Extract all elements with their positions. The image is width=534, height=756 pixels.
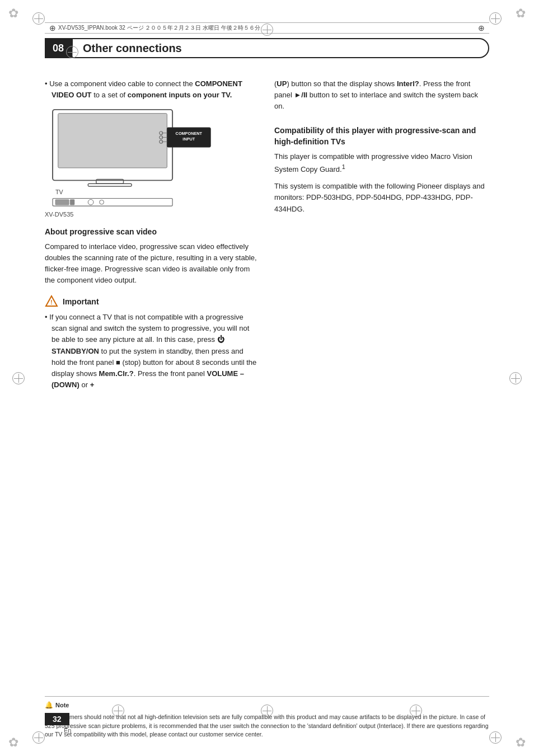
svg-text:COMPONENT: COMPONENT — [176, 131, 203, 136]
meta-crosshair: ⊕ — [49, 24, 56, 32]
important-block: ! Important If you connect a TV that is … — [45, 295, 257, 391]
svg-text:!: ! — [50, 299, 52, 306]
bottom-right-crosshair — [410, 705, 422, 717]
about-text: Compared to interlace video, progressive… — [45, 241, 257, 287]
compat-text2: This system is compatible with the follo… — [274, 181, 489, 214]
flower-mark-tl: ✿ — [6, 6, 21, 21]
important-header: ! Important — [45, 295, 257, 308]
note-icon: 🔔 — [45, 700, 53, 710]
reg-mark-bl — [32, 731, 45, 744]
svg-rect-3 — [88, 184, 132, 186]
flower-mark-tr: ✿ — [513, 6, 528, 21]
up-text: (UP) button so that the display shows In… — [274, 78, 489, 112]
meta-crosshair2: ⊕ — [478, 24, 485, 32]
note-text-content: 1 Consumers should note that not all hig… — [45, 713, 489, 738]
svg-rect-1 — [58, 114, 167, 168]
bottom-center-crosshair — [261, 705, 273, 717]
svg-rect-16 — [70, 199, 74, 205]
reg-mark-ml — [12, 372, 25, 384]
footnote-sup: 1 — [342, 163, 345, 170]
compat-text1: This player is compatible with progressi… — [274, 151, 489, 176]
chapter-title: Other connections — [72, 38, 489, 58]
header-crosshair — [66, 46, 78, 58]
connection-diagram: COMPONENT INPUT TV — [45, 107, 224, 208]
main-content: Use a component video cable to connect t… — [45, 67, 489, 700]
flower-mark-bl: ✿ — [6, 735, 21, 750]
bullet-text-content: Use a component video cable to connect t… — [49, 79, 242, 99]
reg-mark-tl — [32, 12, 45, 25]
compat-heading: Compatibility of this player with progre… — [274, 125, 489, 147]
note-section: 🔔 Note 11 Consumers should note that not… — [45, 696, 489, 739]
top-center-crosshair — [261, 24, 273, 36]
bottom-left-crosshair — [112, 705, 124, 717]
reg-mark-mr — [509, 372, 522, 384]
note-label: Note — [55, 701, 69, 710]
reg-mark-tr — [489, 12, 502, 25]
warning-icon: ! — [45, 295, 58, 308]
svg-rect-15 — [55, 199, 69, 205]
left-column: Use a component video cable to connect t… — [45, 78, 257, 391]
svg-text:INPUT: INPUT — [182, 137, 195, 142]
flower-mark-br: ✿ — [513, 735, 528, 750]
tv-diagram: COMPONENT INPUT TV — [45, 107, 224, 208]
model-label: XV-DV535 — [45, 211, 257, 218]
chapter-header: 08 Other connections — [45, 38, 489, 58]
important-title: Important — [63, 297, 99, 306]
right-column: (UP) button so that the display shows In… — [274, 78, 489, 391]
svg-point-17 — [88, 199, 93, 205]
about-heading: About progressive scan video — [45, 227, 257, 238]
meta-file-info: XV-DV535_IPPAN.book 32 ページ ２００５年２月２３日 水曜… — [58, 24, 260, 32]
page-lang: En — [64, 727, 71, 734]
important-text: If you connect a TV that is not compatib… — [45, 312, 257, 391]
component-cable-intro: Use a component video cable to connect t… — [45, 78, 257, 100]
page-number: 32 — [45, 713, 69, 725]
reg-mark-br — [489, 731, 502, 744]
svg-point-18 — [100, 200, 104, 204]
svg-text:TV: TV — [55, 189, 64, 195]
